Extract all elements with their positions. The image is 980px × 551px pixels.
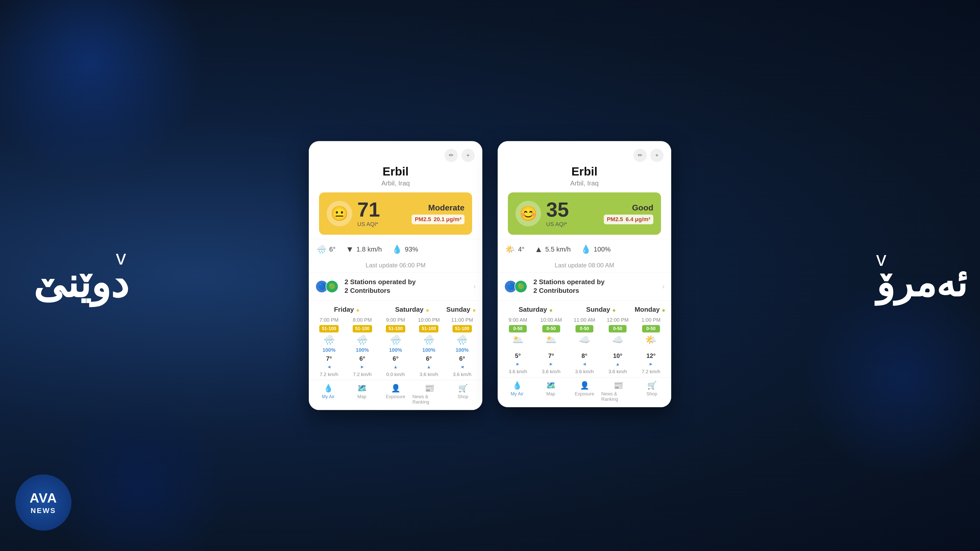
right-nav-myair[interactable]: 💧 My Air bbox=[500, 381, 534, 402]
right-nav-exposure[interactable]: 👤 Exposure bbox=[568, 381, 601, 402]
left-aqi-right: Moderate PM2.5 20.1 μg/m³ bbox=[412, 203, 465, 224]
left-temp: 6° bbox=[329, 245, 336, 253]
left-shop-label: Shop bbox=[458, 394, 468, 400]
right-stations-row[interactable]: 🔵 🟢 2 Stations operated by 2 Contributor… bbox=[498, 273, 671, 300]
ava-type: NEWS bbox=[30, 507, 56, 515]
right-aqi-block: 35 US AQI* bbox=[546, 200, 599, 227]
right-station-avatars: 🔵 🟢 bbox=[504, 280, 525, 293]
left-wind: 1.8 km/h bbox=[356, 245, 382, 253]
right-city-subtitle: Arbil, Iraq bbox=[503, 179, 666, 187]
right-exposure-label: Exposure bbox=[575, 391, 594, 397]
left-bottom-nav: 💧 My Air 🗺️ Map 👤 Exposure 📰 News & Rank… bbox=[309, 380, 482, 410]
right-col-1: 9:00 AM 0-50 🌥️ 5° ► 3.6 km/h bbox=[502, 317, 534, 375]
right-card-header: ✏ + bbox=[498, 141, 671, 165]
left-news-icon: 📰 bbox=[425, 384, 434, 392]
right-weather-row: 🌤️ 4° ▲ 5.5 km/h 💧 100% bbox=[498, 239, 671, 259]
left-text-block: v دوێنێ bbox=[33, 248, 129, 303]
left-add-button[interactable]: + bbox=[461, 149, 475, 162]
left-nav-exposure[interactable]: 👤 Exposure bbox=[379, 384, 412, 405]
left-stations-label: 2 Stations operated by bbox=[345, 278, 416, 286]
right-edit-button[interactable]: ✏ bbox=[633, 149, 647, 162]
right-wind-icon: ▲ bbox=[535, 245, 543, 254]
left-map-icon: 🗺️ bbox=[357, 384, 367, 392]
left-city-info: Erbil Arbil, Iraq bbox=[309, 165, 482, 192]
ava-logo: AVA NEWS bbox=[15, 475, 72, 530]
right-map-label: Map bbox=[546, 391, 555, 397]
left-aqi-face: 😐 bbox=[327, 201, 352, 226]
right-nav-map[interactable]: 🗺️ Map bbox=[534, 381, 568, 402]
right-pm-label: PM2.5 bbox=[607, 216, 623, 222]
left-aqi-status: Moderate bbox=[412, 203, 465, 213]
left-weather-cloud: 🌧️ 6° bbox=[317, 245, 336, 254]
right-aqi-face: 😊 bbox=[515, 201, 541, 226]
left-nav-news[interactable]: 📰 News & Ranking bbox=[412, 384, 446, 405]
right-add-button[interactable]: + bbox=[650, 149, 663, 162]
right-day-headers: Saturday Sunday Monday bbox=[502, 306, 667, 313]
right-city-info: Erbil Arbil, Iraq bbox=[498, 165, 671, 192]
left-exposure-label: Exposure bbox=[386, 394, 405, 400]
left-col-3: 9:00 PM 51-100 🌧️ 100% 6° ▲ 0.0 km/h bbox=[380, 317, 412, 377]
right-weather-wind: ▲ 5.5 km/h bbox=[535, 245, 571, 254]
right-pm-badge: PM2.5 6.4 μg/m³ bbox=[604, 214, 653, 224]
left-weather-row: 🌧️ 6° ▼ 1.8 km/h 💧 93% bbox=[309, 239, 482, 259]
left-stations-row[interactable]: 🔵 🟢 2 Stations operated by 2 Contributor… bbox=[309, 273, 482, 300]
left-map-label: Map bbox=[357, 394, 366, 400]
left-day-saturday: Saturday bbox=[379, 306, 445, 313]
right-aqi-unit: US AQI* bbox=[546, 221, 599, 227]
right-card: ✏ + Erbil Arbil, Iraq 😊 35 US AQI* Good … bbox=[498, 141, 671, 407]
left-col-4: 10:00 PM 51-100 🌧️ 100% 6° ▲ 3.6 km/h bbox=[413, 317, 445, 377]
right-nav-news[interactable]: 📰 News & Ranking bbox=[601, 381, 635, 402]
left-contributors-label: 2 Contributors bbox=[345, 287, 390, 294]
left-news-label: News & Ranking bbox=[412, 394, 446, 405]
left-forecast-section: Friday Saturday Sunday 7:00 PM 51-100 🌧️ bbox=[309, 300, 482, 380]
left-day-friday: Friday bbox=[314, 306, 379, 313]
right-forecast-cols: 9:00 AM 0-50 🌥️ 5° ► 3.6 km/h 10:00 AM 0… bbox=[502, 317, 667, 375]
right-col-4: 12:00 PM 0-50 ☁️ 10° ▲ 3.6 km/h bbox=[601, 317, 634, 375]
left-station-chevron: › bbox=[473, 283, 476, 291]
right-forecast-section: Saturday Sunday Monday 9:00 AM 0-50 🌥️ bbox=[498, 300, 671, 377]
right-contributors-label: 2 Contributors bbox=[533, 287, 579, 294]
left-nav-shop[interactable]: 🛒 Shop bbox=[446, 384, 480, 405]
right-shop-icon: 🛒 bbox=[647, 381, 657, 390]
left-nav-myair[interactable]: 💧 My Air bbox=[311, 384, 345, 405]
right-pm-value: 6.4 μg/m³ bbox=[625, 216, 650, 222]
left-humidity-icon: 💧 bbox=[392, 245, 402, 254]
right-col-2: 10:00 AM 0-50 🌥️ 7° ► 3.6 km/h bbox=[535, 317, 567, 375]
right-day-saturday: Saturday bbox=[503, 306, 568, 313]
right-day-sunday: Sunday bbox=[568, 306, 633, 313]
left-wind-icon: ▼ bbox=[346, 245, 354, 254]
right-bottom-nav: 💧 My Air 🗺️ Map 👤 Exposure 📰 News & Rank… bbox=[498, 377, 671, 407]
left-station-avatar-2: 🟢 bbox=[326, 280, 339, 293]
left-last-update: Last update 06:00 PM bbox=[309, 259, 482, 273]
left-card: ✏ + Erbil Arbil, Iraq 😐 71 US AQI* Moder… bbox=[309, 141, 482, 410]
right-news-label: News & Ranking bbox=[601, 391, 635, 402]
left-card-header: ✏ + bbox=[309, 141, 482, 165]
right-nav-shop[interactable]: 🛒 Shop bbox=[635, 381, 669, 402]
right-stations-main: 2 Stations operated by 2 Contributors bbox=[533, 278, 658, 295]
right-stations-label: 2 Stations operated by bbox=[533, 278, 605, 286]
left-exposure-icon: 👤 bbox=[391, 384, 401, 392]
right-weather-cloud: 🌤️ 4° bbox=[505, 245, 525, 254]
left-myair-icon: 💧 bbox=[324, 384, 333, 392]
right-aqi-status: Good bbox=[604, 203, 653, 213]
left-city-subtitle: Arbil, Iraq bbox=[314, 179, 477, 187]
left-station-avatars: 🔵 🟢 bbox=[315, 280, 336, 293]
cards-container: ✏ + Erbil Arbil, Iraq 😐 71 US AQI* Moder… bbox=[309, 141, 671, 410]
left-nav-map[interactable]: 🗺️ Map bbox=[345, 384, 379, 405]
left-aqi-banner: 😐 71 US AQI* Moderate PM2.5 20.1 μg/m³ bbox=[319, 192, 472, 235]
left-pm-value: 20.1 μg/m³ bbox=[434, 216, 461, 222]
left-day-headers: Friday Saturday Sunday bbox=[313, 306, 478, 313]
left-stations-main: 2 Stations operated by 2 Contributors bbox=[345, 278, 469, 295]
right-cloud-icon: 🌤️ bbox=[505, 245, 515, 254]
right-city-name: Erbil bbox=[503, 165, 666, 178]
right-col-5: 1:00 PM 0-50 🌤️ 12° ► 7.2 km/h bbox=[635, 317, 667, 375]
ava-brand: AVA bbox=[30, 490, 57, 506]
left-aqi-unit: US AQI* bbox=[357, 221, 407, 227]
left-city-name: Erbil bbox=[314, 165, 477, 178]
left-edit-button[interactable]: ✏ bbox=[445, 149, 458, 162]
left-weather-wind: ▼ 1.8 km/h bbox=[346, 245, 382, 254]
right-myair-icon: 💧 bbox=[512, 381, 522, 390]
right-station-text: 2 Stations operated by 2 Contributors bbox=[533, 278, 658, 295]
left-station-text: 2 Stations operated by 2 Contributors bbox=[345, 278, 469, 295]
right-humidity-icon: 💧 bbox=[581, 245, 591, 254]
